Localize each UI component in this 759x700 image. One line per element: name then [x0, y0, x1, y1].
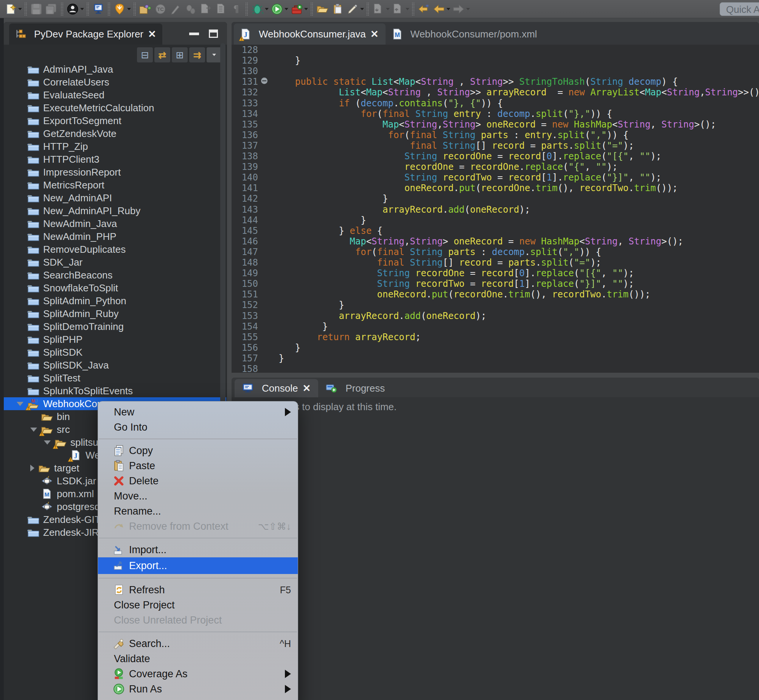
chevron-down-icon[interactable]	[44, 441, 51, 445]
editor-tab-webhookconsumer-java[interactable]: JWebhookConsumer.java✕	[234, 23, 386, 45]
tree-item-new-adminapi-ruby[interactable]: New_AdminAPI_Ruby	[4, 204, 226, 217]
console-tab-console[interactable]: Console✕	[234, 379, 318, 397]
tree-item-splitadmin-python[interactable]: SplitAdmin_Python	[4, 294, 226, 307]
view-menu-icon[interactable]	[206, 47, 222, 62]
tree-item-new-adminapi[interactable]: New_AdminAPI	[4, 191, 226, 204]
menu-item-paste[interactable]: Paste	[98, 458, 298, 473]
menu-item-coverage-as[interactable]: Coverage As	[98, 666, 298, 681]
tree-item-removeduplicates[interactable]: RemoveDuplicates	[4, 243, 226, 256]
user-profile-icon-dropdown[interactable]	[80, 8, 84, 10]
menu-item-export[interactable]: Export...	[98, 557, 298, 574]
tree-item-exporttosegment[interactable]: ExportToSegment	[4, 114, 226, 127]
link-with-editor-icon[interactable]: ⇄	[155, 47, 170, 62]
toolbar-separator	[25, 3, 27, 16]
fold-gutter	[258, 300, 273, 310]
tree-item-splitsdk[interactable]: SplitSDK	[4, 346, 226, 359]
profile-toolbox-icon[interactable]	[290, 2, 303, 16]
tree-item-httpclient3[interactable]: HTTPClient3	[4, 153, 226, 166]
package-presentation-icon[interactable]: ⇉	[189, 47, 205, 62]
debug-icon[interactable]	[250, 2, 264, 16]
tree-item-splitsdk-java[interactable]: SplitSDK_Java	[4, 359, 226, 372]
tree-item-newadmin-php[interactable]: NewAdmin_PHP	[4, 230, 226, 243]
fold-gutter	[258, 342, 273, 353]
checkstyle-icon[interactable]	[113, 2, 126, 16]
menu-item-copy[interactable]: Copy	[98, 443, 298, 458]
back-arrow-icon-dropdown[interactable]	[447, 8, 450, 10]
svg-text:TC: TC	[157, 6, 164, 12]
close-icon[interactable]: ✕	[370, 28, 379, 40]
menu-item-run-as[interactable]: Run As	[98, 681, 298, 697]
close-icon[interactable]: ✕	[302, 383, 311, 394]
run-icon-dropdown[interactable]	[284, 8, 288, 10]
close-icon[interactable]: ✕	[148, 28, 156, 40]
menu-item-import[interactable]: Import...	[98, 542, 298, 557]
tree-item-correlateusers[interactable]: CorrelateUsers	[4, 76, 226, 89]
tab-pydev-package-explorer[interactable]: PyDev Package Explorer ✕	[9, 23, 162, 45]
code-line-132: 132 List<Map<String , String>> arrayReco…	[231, 87, 759, 98]
project-folder-icon	[27, 77, 39, 88]
new-wizard-icon[interactable]	[4, 2, 17, 16]
menu-item-refresh[interactable]: RefreshF5	[98, 582, 298, 597]
tree-item-searchbeacons[interactable]: SearchBeacons	[4, 269, 226, 281]
chevron-right-icon[interactable]	[30, 465, 34, 472]
checkstyle-icon-dropdown[interactable]	[127, 8, 131, 10]
clipboard-folder-icon[interactable]	[331, 2, 344, 16]
menu-item-delete[interactable]: Delete	[98, 473, 298, 489]
code-editor[interactable]: 128129 }130131 public static List<Map<St…	[231, 45, 759, 373]
menu-item-move[interactable]: Move...	[98, 489, 298, 504]
editor-tab-webhookconsumer-pom-xml[interactable]: MWebhookConsumer/pom.xml	[386, 23, 544, 45]
menu-item-validate[interactable]: Validate	[98, 651, 298, 666]
maximize-view-icon[interactable]	[209, 30, 218, 38]
tree-item-impressionreport[interactable]: ImpressionReport	[4, 166, 226, 178]
chevron-down-icon[interactable]	[30, 428, 37, 432]
menu-item-label: Rename...	[114, 506, 161, 517]
quick-access-box[interactable]: Quick Access	[720, 2, 759, 16]
fold-collapse-icon[interactable]	[258, 77, 273, 87]
menu-item-rename[interactable]: Rename...	[98, 504, 298, 519]
collapse-all-icon[interactable]: ⊟	[137, 47, 153, 62]
tree-item-sdk-jar[interactable]: SDK_Jar	[4, 256, 226, 269]
line-number: 151	[231, 289, 258, 300]
marker-pen-icon-dropdown[interactable]	[360, 8, 364, 10]
tree-item-snowflaketosplit[interactable]: SnowflakeToSplit	[4, 281, 226, 294]
tree-item-splunktosplitevents[interactable]: SplunkToSplitEvents	[4, 384, 226, 397]
tree-item-newadmin-java[interactable]: NewAdmin_Java	[4, 217, 226, 230]
debug-icon-dropdown[interactable]	[265, 8, 269, 10]
new-wizard-icon-dropdown[interactable]	[18, 8, 22, 10]
tree-item-metricsreport[interactable]: MetricsReport	[4, 178, 226, 191]
chevron-down-icon[interactable]	[17, 402, 23, 406]
back-history-icon[interactable]: ✳	[417, 2, 431, 16]
tree-item-label: LSDK.jar	[57, 475, 96, 487]
expand-all-icon[interactable]: ⊞	[172, 47, 188, 62]
tree-item-executemetriccalculation[interactable]: ExecuteMetricCalculation	[4, 102, 226, 114]
code-line-139: 139 recordOne = recordOne.replace("{", "…	[231, 162, 759, 172]
console-tab-progress[interactable]: Progress	[318, 379, 392, 397]
tree-item-splitadmin-ruby[interactable]: SplitAdmin_Ruby	[4, 307, 226, 320]
tree-item-getzendeskvote[interactable]: GetZendeskVote	[4, 127, 226, 140]
run-icon[interactable]	[270, 2, 284, 16]
marker-pen-icon[interactable]	[346, 2, 359, 16]
open-folder-icon	[55, 437, 67, 448]
menu-item-search[interactable]: Search...^H	[98, 636, 298, 651]
profile-toolbox-icon-dropdown[interactable]	[304, 8, 308, 10]
tree-item-adminapi-java[interactable]: AdminAPI_Java	[4, 63, 226, 76]
remote-console-icon[interactable]	[92, 2, 105, 16]
menu-item-close-project[interactable]: Close Project	[98, 597, 298, 612]
code-text: List<Map<String , String>> arrayRecord =…	[273, 87, 759, 98]
fold-gutter	[258, 257, 273, 268]
back-arrow-icon[interactable]	[432, 2, 446, 16]
toolbar-separator	[61, 3, 63, 16]
tree-item-evaluateseed[interactable]: EvaluateSeed	[4, 89, 226, 102]
jar-file-icon	[41, 476, 53, 486]
menu-item-go-into[interactable]: Go Into	[98, 420, 298, 435]
line-number: 142	[231, 193, 258, 204]
minimize-view-icon[interactable]	[189, 33, 199, 35]
tree-item-splitphp[interactable]: SplitPHP	[4, 333, 226, 346]
user-profile-icon[interactable]	[66, 2, 80, 16]
menu-item-new[interactable]: New	[98, 405, 298, 420]
new-package-wizard-icon[interactable]	[139, 2, 152, 16]
tree-item-http-zip[interactable]: HTTP_Zip	[4, 140, 226, 153]
tree-item-splittest[interactable]: SplitTest	[4, 372, 226, 384]
tree-item-splitdemotraining[interactable]: SplitDemoTraining	[4, 320, 226, 333]
open-folder-icon[interactable]	[315, 2, 329, 16]
